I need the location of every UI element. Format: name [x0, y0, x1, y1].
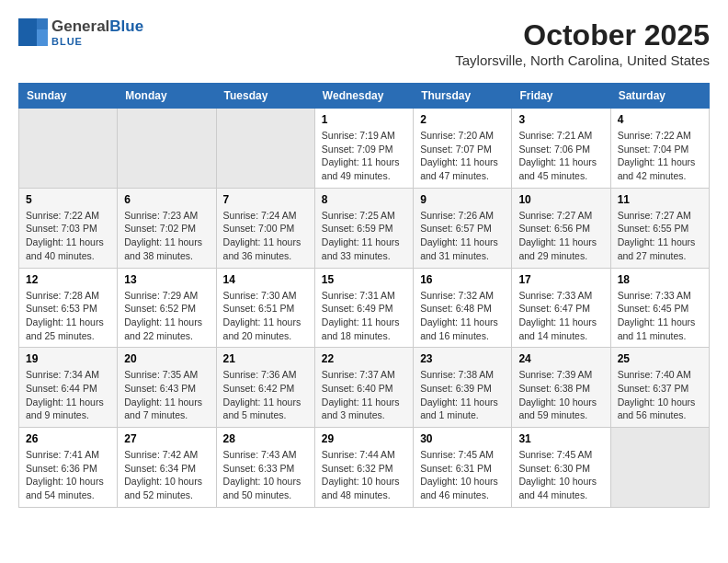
day-number: 22 — [322, 352, 406, 365]
calendar-table: SundayMondayTuesdayWednesdayThursdayFrid… — [18, 83, 710, 508]
day-number: 3 — [518, 113, 603, 126]
day-number: 1 — [322, 113, 406, 126]
day-info: Sunrise: 7:45 AMSunset: 6:31 PMDaylight:… — [420, 448, 505, 502]
day-number: 13 — [124, 273, 209, 286]
day-info: Sunrise: 7:29 AMSunset: 6:52 PMDaylight:… — [124, 289, 209, 343]
svg-marker-2 — [37, 29, 48, 46]
day-info: Sunrise: 7:36 AMSunset: 6:42 PMDaylight:… — [223, 368, 308, 422]
weekday-header-sunday: Sunday — [19, 84, 118, 109]
day-info: Sunrise: 7:27 AMSunset: 6:56 PMDaylight:… — [518, 209, 603, 263]
day-number: 16 — [420, 273, 505, 286]
day-info: Sunrise: 7:38 AMSunset: 6:39 PMDaylight:… — [420, 368, 505, 422]
day-info: Sunrise: 7:27 AMSunset: 6:55 PMDaylight:… — [618, 209, 702, 263]
day-number: 29 — [322, 432, 406, 445]
day-info: Sunrise: 7:26 AMSunset: 6:57 PMDaylight:… — [420, 209, 505, 263]
day-cell: 10Sunrise: 7:27 AMSunset: 6:56 PMDayligh… — [512, 188, 610, 268]
day-info: Sunrise: 7:37 AMSunset: 6:40 PMDaylight:… — [322, 368, 406, 422]
logo-icon — [18, 18, 48, 46]
day-info: Sunrise: 7:24 AMSunset: 7:00 PMDaylight:… — [223, 209, 308, 263]
day-info: Sunrise: 7:20 AMSunset: 7:07 PMDaylight:… — [420, 129, 505, 183]
day-number: 23 — [420, 352, 505, 365]
day-cell: 23Sunrise: 7:38 AMSunset: 6:39 PMDayligh… — [414, 348, 512, 428]
calendar-title: October 2025 — [455, 18, 710, 52]
day-cell: 13Sunrise: 7:29 AMSunset: 6:52 PMDayligh… — [118, 268, 216, 348]
day-number: 2 — [420, 113, 505, 126]
weekday-header-tuesday: Tuesday — [216, 84, 314, 109]
day-info: Sunrise: 7:33 AMSunset: 6:45 PMDaylight:… — [618, 289, 702, 343]
day-info: Sunrise: 7:43 AMSunset: 6:33 PMDaylight:… — [223, 448, 308, 502]
day-info: Sunrise: 7:33 AMSunset: 6:47 PMDaylight:… — [518, 289, 603, 343]
day-cell — [216, 109, 314, 189]
day-number: 12 — [26, 273, 110, 286]
day-number: 30 — [420, 432, 505, 445]
day-info: Sunrise: 7:23 AMSunset: 7:02 PMDaylight:… — [124, 209, 209, 263]
calendar-container: GeneralBlue BLUE October 2025 Taylorsvil… — [0, 0, 728, 517]
day-info: Sunrise: 7:44 AMSunset: 6:32 PMDaylight:… — [322, 448, 406, 502]
day-cell: 25Sunrise: 7:40 AMSunset: 6:37 PMDayligh… — [610, 348, 709, 428]
day-cell: 6Sunrise: 7:23 AMSunset: 7:02 PMDaylight… — [118, 188, 216, 268]
day-cell: 15Sunrise: 7:31 AMSunset: 6:49 PMDayligh… — [314, 268, 413, 348]
weekday-header-wednesday: Wednesday — [314, 84, 413, 109]
day-number: 10 — [518, 193, 603, 206]
day-number: 7 — [223, 193, 308, 206]
day-cell: 27Sunrise: 7:42 AMSunset: 6:34 PMDayligh… — [118, 428, 216, 508]
calendar-subtitle: Taylorsville, North Carolina, United Sta… — [455, 52, 710, 68]
day-cell: 12Sunrise: 7:28 AMSunset: 6:53 PMDayligh… — [19, 268, 118, 348]
day-info: Sunrise: 7:39 AMSunset: 6:38 PMDaylight:… — [518, 368, 603, 422]
weekday-header-monday: Monday — [118, 84, 216, 109]
logo-tagline: BLUE — [51, 36, 143, 47]
day-cell: 26Sunrise: 7:41 AMSunset: 6:36 PMDayligh… — [19, 428, 118, 508]
day-number: 4 — [618, 113, 702, 126]
day-number: 14 — [223, 273, 308, 286]
day-info: Sunrise: 7:19 AMSunset: 7:09 PMDaylight:… — [322, 129, 406, 183]
logo-general: General — [51, 17, 109, 35]
day-number: 31 — [518, 432, 603, 445]
day-cell: 18Sunrise: 7:33 AMSunset: 6:45 PMDayligh… — [610, 268, 709, 348]
day-info: Sunrise: 7:42 AMSunset: 6:34 PMDaylight:… — [124, 448, 209, 502]
title-block: October 2025 Taylorsville, North Carolin… — [455, 18, 710, 68]
day-number: 15 — [322, 273, 406, 286]
day-cell: 31Sunrise: 7:45 AMSunset: 6:30 PMDayligh… — [512, 428, 610, 508]
day-info: Sunrise: 7:31 AMSunset: 6:49 PMDaylight:… — [322, 289, 406, 343]
day-cell: 24Sunrise: 7:39 AMSunset: 6:38 PMDayligh… — [512, 348, 610, 428]
logo-blue: Blue — [109, 17, 143, 35]
day-info: Sunrise: 7:30 AMSunset: 6:51 PMDaylight:… — [223, 289, 308, 343]
day-number: 6 — [124, 193, 209, 206]
day-number: 20 — [124, 352, 209, 365]
day-cell: 21Sunrise: 7:36 AMSunset: 6:42 PMDayligh… — [216, 348, 314, 428]
logo: GeneralBlue BLUE — [18, 18, 143, 47]
day-info: Sunrise: 7:34 AMSunset: 6:44 PMDaylight:… — [26, 368, 110, 422]
day-cell — [610, 428, 709, 508]
day-number: 28 — [223, 432, 308, 445]
day-number: 8 — [322, 193, 406, 206]
day-info: Sunrise: 7:28 AMSunset: 6:53 PMDaylight:… — [26, 289, 110, 343]
day-number: 19 — [26, 352, 110, 365]
day-cell — [19, 109, 118, 189]
weekday-header-thursday: Thursday — [414, 84, 512, 109]
day-cell: 1Sunrise: 7:19 AMSunset: 7:09 PMDaylight… — [314, 109, 413, 189]
day-number: 9 — [420, 193, 505, 206]
day-cell: 14Sunrise: 7:30 AMSunset: 6:51 PMDayligh… — [216, 268, 314, 348]
day-cell: 17Sunrise: 7:33 AMSunset: 6:47 PMDayligh… — [512, 268, 610, 348]
day-cell: 19Sunrise: 7:34 AMSunset: 6:44 PMDayligh… — [19, 348, 118, 428]
day-cell: 7Sunrise: 7:24 AMSunset: 7:00 PMDaylight… — [216, 188, 314, 268]
day-number: 11 — [618, 193, 702, 206]
day-info: Sunrise: 7:22 AMSunset: 7:04 PMDaylight:… — [618, 129, 702, 183]
day-number: 21 — [223, 352, 308, 365]
day-cell: 11Sunrise: 7:27 AMSunset: 6:55 PMDayligh… — [610, 188, 709, 268]
weekday-header-saturday: Saturday — [610, 84, 709, 109]
day-info: Sunrise: 7:21 AMSunset: 7:06 PMDaylight:… — [518, 129, 603, 183]
day-info: Sunrise: 7:40 AMSunset: 6:37 PMDaylight:… — [618, 368, 702, 422]
day-cell: 8Sunrise: 7:25 AMSunset: 6:59 PMDaylight… — [314, 188, 413, 268]
day-number: 27 — [124, 432, 209, 445]
day-number: 17 — [518, 273, 603, 286]
day-info: Sunrise: 7:25 AMSunset: 6:59 PMDaylight:… — [322, 209, 406, 263]
week-row-1: 1Sunrise: 7:19 AMSunset: 7:09 PMDaylight… — [19, 109, 710, 189]
week-row-3: 12Sunrise: 7:28 AMSunset: 6:53 PMDayligh… — [19, 268, 710, 348]
day-number: 25 — [618, 352, 702, 365]
day-cell: 22Sunrise: 7:37 AMSunset: 6:40 PMDayligh… — [314, 348, 413, 428]
day-cell: 29Sunrise: 7:44 AMSunset: 6:32 PMDayligh… — [314, 428, 413, 508]
day-cell: 30Sunrise: 7:45 AMSunset: 6:31 PMDayligh… — [414, 428, 512, 508]
day-info: Sunrise: 7:22 AMSunset: 7:03 PMDaylight:… — [26, 209, 110, 263]
day-cell: 16Sunrise: 7:32 AMSunset: 6:48 PMDayligh… — [414, 268, 512, 348]
